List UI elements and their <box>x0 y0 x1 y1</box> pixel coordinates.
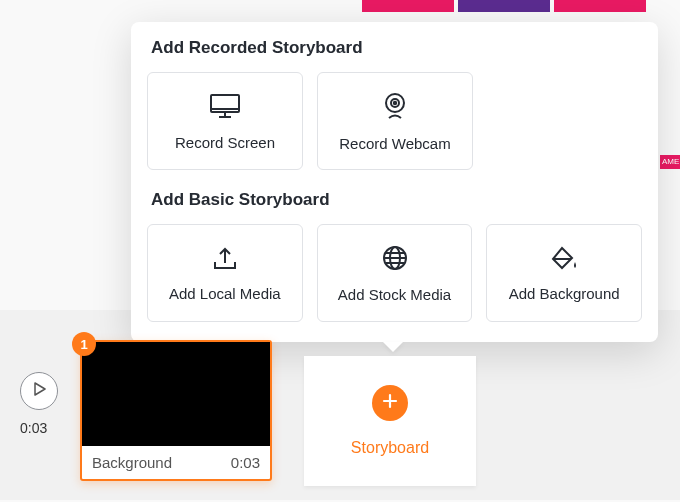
option-label: Add Background <box>509 285 620 302</box>
section-title-basic: Add Basic Storyboard <box>151 190 642 210</box>
plus-icon <box>381 392 399 414</box>
add-storyboard-popover: Add Recorded Storyboard Record Screen <box>131 22 658 342</box>
add-storyboard-button[interactable] <box>372 385 408 421</box>
upload-icon <box>211 245 239 271</box>
storyboard-label: Storyboard <box>351 439 429 457</box>
option-label: Add Local Media <box>169 285 281 302</box>
clip-thumbnail <box>82 342 270 446</box>
decor-tag: AME <box>660 155 680 169</box>
clip-index-badge: 1 <box>72 332 96 356</box>
playhead-time: 0:03 <box>20 420 47 436</box>
paint-bucket-icon <box>549 245 579 271</box>
option-label: Record Webcam <box>339 135 450 152</box>
decor-block <box>362 0 454 12</box>
section-title-recorded: Add Recorded Storyboard <box>151 38 642 58</box>
decor-block <box>554 0 646 12</box>
option-label: Record Screen <box>175 134 275 151</box>
clip-card[interactable]: 1 Background 0:03 <box>80 340 272 481</box>
globe-icon <box>381 244 409 272</box>
play-icon <box>33 382 46 400</box>
add-storyboard-card: Storyboard <box>304 356 476 486</box>
clip-duration: 0:03 <box>231 454 260 471</box>
add-local-media-button[interactable]: Add Local Media <box>147 224 303 322</box>
decor-block <box>458 0 550 12</box>
record-webcam-button[interactable]: Record Webcam <box>317 72 473 170</box>
option-label: Add Stock Media <box>338 286 451 303</box>
add-stock-media-button[interactable]: Add Stock Media <box>317 224 473 322</box>
monitor-icon <box>208 92 242 120</box>
clip-name: Background <box>92 454 172 471</box>
add-background-button[interactable]: Add Background <box>486 224 642 322</box>
record-screen-button[interactable]: Record Screen <box>147 72 303 170</box>
play-button[interactable] <box>20 372 58 410</box>
svg-point-6 <box>394 101 396 103</box>
webcam-icon <box>380 91 410 121</box>
